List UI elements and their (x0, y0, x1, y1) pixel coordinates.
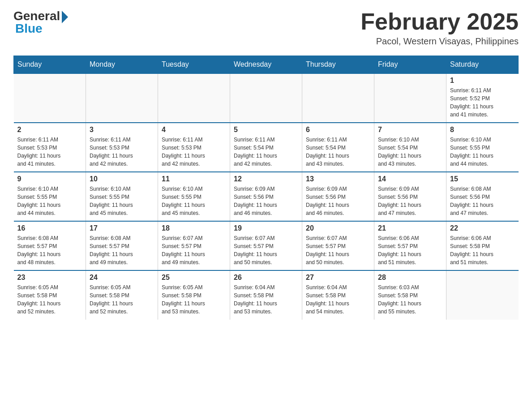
calendar-cell: 19Sunrise: 6:07 AM Sunset: 5:57 PM Dayli… (230, 221, 302, 270)
day-info: Sunrise: 6:07 AM Sunset: 5:57 PM Dayligh… (162, 234, 226, 266)
day-number: 28 (378, 274, 442, 282)
calendar-table: SundayMondayTuesdayWednesdayThursdayFrid… (13, 56, 519, 320)
calendar-cell (446, 270, 519, 320)
day-info: Sunrise: 6:10 AM Sunset: 5:55 PM Dayligh… (162, 185, 226, 217)
calendar-cell: 27Sunrise: 6:04 AM Sunset: 5:58 PM Dayli… (302, 270, 374, 320)
header-day-monday: Monday (86, 56, 158, 74)
calendar-cell (86, 73, 158, 123)
calendar-cell: 2Sunrise: 6:11 AM Sunset: 5:53 PM Daylig… (14, 123, 86, 172)
day-number: 13 (306, 175, 370, 183)
day-info: Sunrise: 6:06 AM Sunset: 5:58 PM Dayligh… (450, 234, 515, 266)
day-info: Sunrise: 6:11 AM Sunset: 5:54 PM Dayligh… (306, 136, 370, 168)
day-number: 12 (234, 175, 298, 183)
day-number: 15 (450, 175, 515, 183)
week-row-0: 1Sunrise: 6:11 AM Sunset: 5:52 PM Daylig… (14, 73, 519, 123)
calendar-cell: 17Sunrise: 6:08 AM Sunset: 5:57 PM Dayli… (86, 221, 158, 270)
day-number: 27 (306, 274, 370, 282)
calendar-cell: 18Sunrise: 6:07 AM Sunset: 5:57 PM Dayli… (158, 221, 230, 270)
day-number: 1 (450, 77, 515, 85)
day-info: Sunrise: 6:04 AM Sunset: 5:58 PM Dayligh… (234, 283, 298, 316)
day-info: Sunrise: 6:08 AM Sunset: 5:57 PM Dayligh… (17, 234, 82, 266)
day-info: Sunrise: 6:10 AM Sunset: 5:55 PM Dayligh… (450, 136, 515, 168)
calendar-body: 1Sunrise: 6:11 AM Sunset: 5:52 PM Daylig… (14, 73, 519, 320)
month-title: February 2025 (360, 9, 519, 34)
calendar-cell: 22Sunrise: 6:06 AM Sunset: 5:58 PM Dayli… (446, 221, 519, 270)
header-day-friday: Friday (374, 56, 446, 74)
week-row-2: 9Sunrise: 6:10 AM Sunset: 5:55 PM Daylig… (14, 172, 519, 221)
calendar-cell: 26Sunrise: 6:04 AM Sunset: 5:58 PM Dayli… (230, 270, 302, 320)
day-number: 25 (162, 274, 226, 282)
calendar-cell: 15Sunrise: 6:08 AM Sunset: 5:56 PM Dayli… (446, 172, 519, 221)
day-number: 18 (162, 224, 226, 232)
day-info: Sunrise: 6:11 AM Sunset: 5:52 PM Dayligh… (450, 86, 515, 119)
calendar-cell: 3Sunrise: 6:11 AM Sunset: 5:53 PM Daylig… (86, 123, 158, 172)
calendar-cell: 7Sunrise: 6:10 AM Sunset: 5:54 PM Daylig… (374, 123, 446, 172)
day-info: Sunrise: 6:11 AM Sunset: 5:54 PM Dayligh… (234, 136, 298, 168)
calendar-cell: 1Sunrise: 6:11 AM Sunset: 5:52 PM Daylig… (446, 73, 519, 123)
day-number: 9 (17, 175, 82, 183)
day-number: 24 (90, 274, 154, 282)
day-info: Sunrise: 6:05 AM Sunset: 5:58 PM Dayligh… (17, 283, 82, 316)
day-number: 10 (90, 175, 154, 183)
day-number: 8 (450, 126, 515, 134)
calendar-cell: 28Sunrise: 6:03 AM Sunset: 5:58 PM Dayli… (374, 270, 446, 320)
calendar-cell (230, 73, 302, 123)
day-number: 2 (17, 126, 82, 134)
day-info: Sunrise: 6:08 AM Sunset: 5:56 PM Dayligh… (450, 185, 515, 217)
day-info: Sunrise: 6:06 AM Sunset: 5:57 PM Dayligh… (378, 234, 442, 266)
day-number: 16 (17, 224, 82, 232)
calendar-cell: 9Sunrise: 6:10 AM Sunset: 5:55 PM Daylig… (14, 172, 86, 221)
header-day-sunday: Sunday (14, 56, 86, 74)
day-info: Sunrise: 6:05 AM Sunset: 5:58 PM Dayligh… (90, 283, 154, 316)
day-number: 22 (450, 224, 515, 232)
calendar-cell: 12Sunrise: 6:09 AM Sunset: 5:56 PM Dayli… (230, 172, 302, 221)
calendar-cell: 25Sunrise: 6:05 AM Sunset: 5:58 PM Dayli… (158, 270, 230, 320)
logo-arrow-icon (62, 11, 68, 23)
day-number: 4 (162, 126, 226, 134)
day-number: 6 (306, 126, 370, 134)
calendar-cell (302, 73, 374, 123)
day-info: Sunrise: 6:09 AM Sunset: 5:56 PM Dayligh… (234, 185, 298, 217)
logo-blue-text: Blue (15, 21, 43, 36)
day-number: 11 (162, 175, 226, 183)
day-number: 3 (90, 126, 154, 134)
header-day-thursday: Thursday (302, 56, 374, 74)
calendar-cell (158, 73, 230, 123)
day-info: Sunrise: 6:11 AM Sunset: 5:53 PM Dayligh… (90, 136, 154, 168)
calendar-cell: 10Sunrise: 6:10 AM Sunset: 5:55 PM Dayli… (86, 172, 158, 221)
day-number: 23 (17, 274, 82, 282)
day-info: Sunrise: 6:10 AM Sunset: 5:55 PM Dayligh… (90, 185, 154, 217)
calendar-cell: 20Sunrise: 6:07 AM Sunset: 5:57 PM Dayli… (302, 221, 374, 270)
page-header: General Blue February 2025 Pacol, Wester… (13, 9, 519, 47)
calendar-cell: 14Sunrise: 6:09 AM Sunset: 5:56 PM Dayli… (374, 172, 446, 221)
day-info: Sunrise: 6:10 AM Sunset: 5:54 PM Dayligh… (378, 136, 442, 168)
calendar-cell: 21Sunrise: 6:06 AM Sunset: 5:57 PM Dayli… (374, 221, 446, 270)
calendar-cell: 6Sunrise: 6:11 AM Sunset: 5:54 PM Daylig… (302, 123, 374, 172)
header-row: SundayMondayTuesdayWednesdayThursdayFrid… (14, 56, 519, 74)
day-info: Sunrise: 6:11 AM Sunset: 5:53 PM Dayligh… (162, 136, 226, 168)
day-info: Sunrise: 6:08 AM Sunset: 5:57 PM Dayligh… (90, 234, 154, 266)
day-info: Sunrise: 6:11 AM Sunset: 5:53 PM Dayligh… (17, 136, 82, 168)
day-number: 5 (234, 126, 298, 134)
calendar-cell: 13Sunrise: 6:09 AM Sunset: 5:56 PM Dayli… (302, 172, 374, 221)
day-number: 19 (234, 224, 298, 232)
day-info: Sunrise: 6:10 AM Sunset: 5:55 PM Dayligh… (17, 185, 82, 217)
calendar-cell (14, 73, 86, 123)
logo: General Blue (13, 9, 68, 36)
week-row-4: 23Sunrise: 6:05 AM Sunset: 5:58 PM Dayli… (14, 270, 519, 320)
day-number: 17 (90, 224, 154, 232)
calendar-cell: 24Sunrise: 6:05 AM Sunset: 5:58 PM Dayli… (86, 270, 158, 320)
day-info: Sunrise: 6:07 AM Sunset: 5:57 PM Dayligh… (306, 234, 370, 266)
day-info: Sunrise: 6:04 AM Sunset: 5:58 PM Dayligh… (306, 283, 370, 316)
calendar-cell: 16Sunrise: 6:08 AM Sunset: 5:57 PM Dayli… (14, 221, 86, 270)
day-number: 7 (378, 126, 442, 134)
calendar-header: SundayMondayTuesdayWednesdayThursdayFrid… (14, 56, 519, 74)
day-number: 20 (306, 224, 370, 232)
title-area: February 2025 Pacol, Western Visayas, Ph… (360, 9, 519, 47)
location: Pacol, Western Visayas, Philippines (360, 36, 519, 47)
day-number: 26 (234, 274, 298, 282)
day-info: Sunrise: 6:09 AM Sunset: 5:56 PM Dayligh… (378, 185, 442, 217)
day-info: Sunrise: 6:03 AM Sunset: 5:58 PM Dayligh… (378, 283, 442, 316)
calendar-cell: 4Sunrise: 6:11 AM Sunset: 5:53 PM Daylig… (158, 123, 230, 172)
week-row-3: 16Sunrise: 6:08 AM Sunset: 5:57 PM Dayli… (14, 221, 519, 270)
